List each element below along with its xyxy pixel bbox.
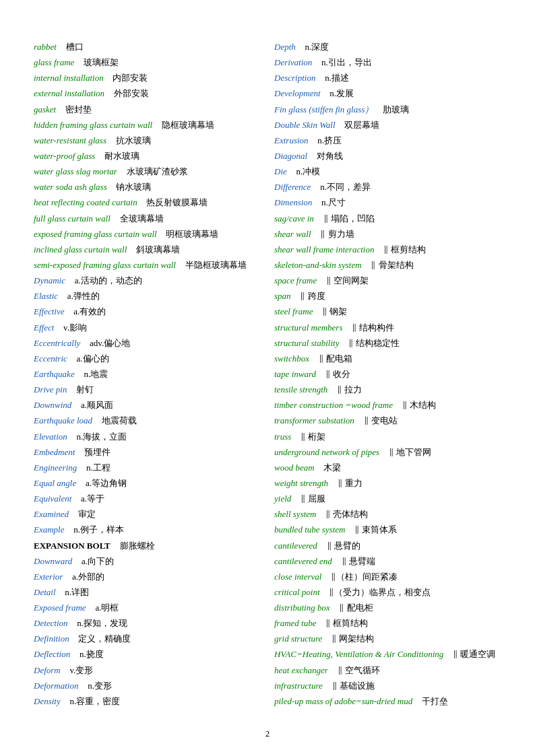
english-term: switchbox	[274, 352, 309, 366]
english-term: Equal angle	[34, 477, 76, 490]
english-term: shear wall	[274, 228, 311, 241]
list-item: semi-exposed framing glass curtain wall …	[34, 259, 261, 272]
definition: a.弹性的	[67, 289, 100, 303]
list-item: infrastructure ‖ 基础设施	[274, 679, 501, 693]
english-term: distributing box	[274, 601, 330, 615]
english-term: structural stability	[274, 337, 339, 350]
english-term: cantilevered	[274, 539, 317, 553]
list-item: Depth n.深度	[274, 40, 501, 54]
english-term: Deflection	[34, 648, 70, 661]
definition: ‖ 木结构	[402, 399, 436, 412]
list-item: Equivalent a.等于	[34, 492, 261, 506]
list-item: Development n.发展	[274, 87, 501, 100]
english-term: Deform	[34, 664, 61, 677]
definition: n.容重，密度	[69, 695, 120, 708]
definition: n.变形	[88, 679, 112, 693]
english-term: Exposed frame	[34, 601, 86, 615]
definition: ‖ 地下管网	[389, 446, 431, 459]
list-item: Downward a.向下的	[34, 555, 261, 568]
definition: ‖ 空气循环	[338, 664, 380, 677]
english-term: Eccentric	[34, 352, 67, 366]
definition: a.外部的	[72, 570, 104, 584]
english-term: steel frame	[274, 305, 313, 318]
list-item: glass frame 玻璃框架	[34, 56, 261, 69]
definition: ‖ 基础设施	[332, 679, 375, 693]
english-term: Depth	[274, 40, 296, 54]
english-term: Embedment	[34, 446, 75, 459]
english-term: timber construction =wood frame	[274, 399, 393, 412]
english-term: Extrusion	[274, 134, 309, 147]
english-term: transformer substation	[274, 414, 354, 427]
list-item: steel frame ‖ 钢架	[274, 305, 501, 318]
list-item: hidden framing glass curtain wall 隐框玻璃幕墙	[34, 118, 261, 132]
list-item: underground network of pipes ‖ 地下管网	[274, 446, 501, 459]
list-item: close interval ‖（柱）间距紧凑	[274, 570, 501, 584]
english-term: Development	[274, 87, 321, 100]
english-term: heat reflecting coated curtain	[34, 196, 137, 209]
definition: v.影响	[63, 321, 87, 335]
definition: a.明框	[95, 601, 119, 615]
english-term: wood beam	[274, 461, 315, 475]
definition: ‖ 悬臂的	[327, 539, 360, 553]
definition: n.不同，差异	[320, 180, 371, 194]
list-item: Earthquake n.地震	[34, 368, 261, 381]
definition: a.等边角钢	[86, 477, 127, 490]
english-term: Fin glass (stiffen fin glass）	[274, 103, 373, 116]
list-item: Elastic a.弹性的	[34, 289, 261, 303]
definition: ‖ 桁架	[301, 430, 325, 444]
list-item: structural members ‖ 结构构件	[274, 321, 501, 335]
list-item: Detection n.探知，发现	[34, 617, 261, 630]
definition: ‖ 拉力	[337, 383, 362, 397]
definition: ‖ 配电柜	[339, 601, 373, 615]
english-term: Difference	[274, 180, 311, 194]
english-term: Effective	[34, 305, 64, 318]
list-item: grid structure ‖ 网架结构	[274, 632, 501, 646]
definition: n.发展	[329, 87, 354, 100]
english-term: exposed framing glass curtain wall	[34, 228, 157, 241]
list-item: Example n.例子，样本	[34, 523, 261, 537]
list-item: Exterior a.外部的	[34, 570, 261, 584]
definition: ‖ 束筒体系	[354, 523, 397, 537]
english-term: HVAC=Heating, Ventilation & Air Conditio…	[274, 648, 443, 661]
list-item: rabbet 槽口	[34, 40, 261, 54]
list-item: Difference n.不同，差异	[274, 180, 501, 194]
english-term: Dimension	[274, 196, 312, 209]
definition: n.挤压	[317, 134, 342, 147]
definition: ‖ 悬臂端	[342, 555, 375, 568]
definition: ‖ 剪力墙	[320, 228, 354, 241]
english-term: Elastic	[34, 289, 58, 303]
page-content: rabbet 槽口glass frame 玻璃框架internal instal…	[34, 40, 501, 708]
list-item: Dynamic a.活动的，动态的	[34, 274, 261, 287]
english-term: Die	[274, 165, 287, 178]
list-item: external installation 外部安装	[34, 87, 261, 100]
chinese-translation: 槽口	[66, 40, 84, 54]
list-item: exposed framing glass curtain wall 明框玻璃幕…	[34, 228, 261, 241]
list-item: structural stability ‖ 结构稳定性	[274, 337, 501, 350]
english-term: Effect	[34, 321, 54, 335]
english-term: Eccentrically	[34, 337, 80, 350]
english-term: Derivation	[274, 56, 312, 69]
english-term: framed tube	[274, 617, 316, 630]
definition: ‖ 结构稳定性	[348, 337, 400, 350]
list-item: Density n.容重，密度	[34, 695, 261, 708]
english-term: glass frame	[34, 56, 74, 69]
english-term: Equivalent	[34, 492, 71, 506]
definition: n.引出，导出	[321, 56, 372, 69]
list-item: Eccentrically adv.偏心地	[34, 337, 261, 350]
definition: a.有效的	[73, 305, 106, 318]
english-term: shear wall frame interaction	[274, 243, 374, 256]
list-item: inclined glass curtain wall 斜玻璃幕墙	[34, 243, 261, 256]
chinese-translation: 隐框玻璃幕墙	[162, 118, 214, 132]
left-column: rabbet 槽口glass frame 玻璃框架internal instal…	[34, 40, 261, 708]
english-term: skeleton-and-skin system	[274, 259, 362, 272]
definition: ‖ 壳体结构	[325, 508, 368, 521]
list-item: gasket 密封垫	[34, 103, 261, 116]
english-term: Dynamic	[34, 274, 65, 287]
definition: 定义，精确度	[78, 632, 131, 646]
list-item: Embedment 预埋件	[34, 446, 261, 459]
english-term: water-proof glass	[34, 149, 95, 163]
definition: n.挠度	[80, 648, 104, 661]
english-term: yield	[274, 492, 291, 506]
list-item: transformer substation ‖ 变电站	[274, 414, 501, 427]
list-item: cantilevered ‖ 悬臂的	[274, 539, 501, 553]
